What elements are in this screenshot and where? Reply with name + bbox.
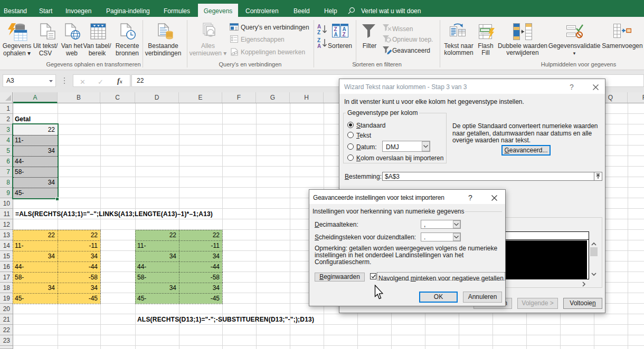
svg-text:Z: Z xyxy=(343,32,346,37)
svg-text:A: A xyxy=(334,32,338,37)
svg-text:A: A xyxy=(317,24,321,30)
svg-text:Z: Z xyxy=(317,30,320,35)
